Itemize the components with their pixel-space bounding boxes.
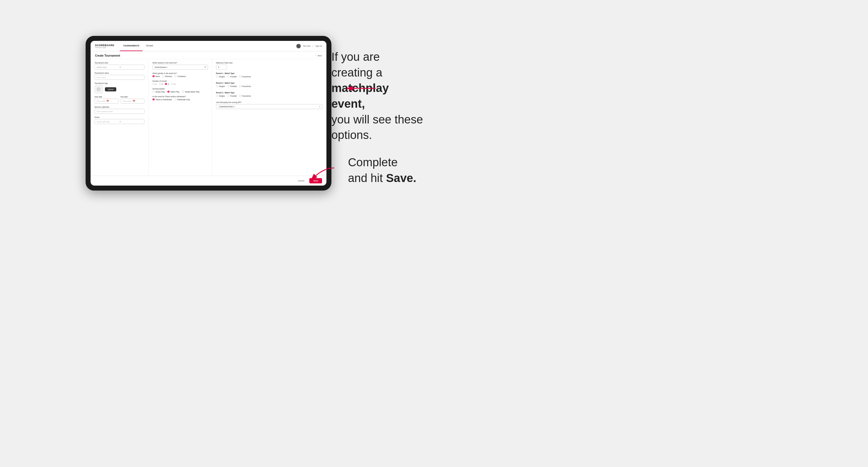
division-select[interactable]: NCAA Division I ▾ [152, 65, 208, 70]
radio-mens[interactable] [152, 75, 155, 77]
radio-medal[interactable] [182, 91, 184, 93]
rounds-label: Number of rounds [152, 80, 208, 82]
tournament-name-input[interactable]: Enter name [94, 75, 145, 80]
tournament-host-field: Tournament Host Search team ▾ [94, 62, 145, 70]
tournament-host-label: Tournament Host [94, 62, 145, 64]
tournament-name-label: Tournament name [94, 72, 145, 74]
radio-womens[interactable] [162, 75, 164, 77]
round1-radio-group: Singles Fourball Foursomes [216, 75, 322, 77]
round1-foursomes[interactable]: Foursomes [239, 75, 251, 77]
round1-singles[interactable]: Singles [216, 75, 225, 77]
upload-button[interactable]: Upload [105, 87, 116, 91]
radio-stroke[interactable] [152, 91, 155, 93]
start-date-label: Start date [94, 96, 119, 98]
gender-combined[interactable]: Combined [174, 75, 186, 77]
scoring-radio-group: Stroke Play Match Play Medal Match Play [152, 91, 208, 93]
round3-singles[interactable]: Singles [216, 95, 225, 97]
form-footer: Cancel Save [91, 176, 327, 186]
gender-mens[interactable]: Mens [152, 75, 160, 77]
round2-fourball[interactable]: Fourball [227, 85, 237, 87]
round1-fourball[interactable]: Fourball [227, 75, 237, 77]
form-col-right: Maximum Team Size 5 Round 1 - Match Type… [212, 59, 327, 176]
radio-round1[interactable] [152, 83, 155, 85]
tablet-screen: SCOREBOARD Powered by clippit TOURNAMENT… [91, 41, 327, 186]
radio-r2-foursomes[interactable] [239, 85, 241, 87]
scoring-stroke[interactable]: Stroke Play [152, 91, 164, 93]
api-tag: Leaderboard King × [218, 105, 235, 108]
venue-input[interactable]: Search golf club ▾ [94, 119, 145, 124]
tournament-host-input[interactable]: Search team ▾ [94, 65, 145, 70]
form-col-mid: Which division is the event for? NCAA Di… [149, 59, 212, 176]
scoring-medal[interactable]: Medal Match Play [182, 91, 199, 93]
rounds-2[interactable]: 2 [159, 83, 163, 85]
radio-combined[interactable] [174, 75, 177, 77]
max-team-field: Maximum Team Size 5 [216, 62, 322, 70]
radio-teams[interactable] [152, 98, 155, 100]
gender-womens[interactable]: Womens [162, 75, 172, 77]
radio-r2-singles[interactable] [216, 85, 218, 87]
nav-bar: SCOREBOARD Powered by clippit TOURNAMENT… [91, 41, 327, 51]
gender-radio-group: Mens Womens Combined [152, 75, 208, 77]
tab-tournaments[interactable]: TOURNAMENTS [120, 41, 143, 51]
end-date-input[interactable]: Pick a date 📅 [121, 99, 145, 103]
scoring-label: Scoring system [152, 88, 208, 90]
rounds-4[interactable]: 4 [171, 83, 175, 85]
dropdown-icon-venue: ▾ [120, 120, 143, 123]
nav-tabs: TOURNAMENTS TEAMS [120, 41, 156, 51]
date-fields: Start date Pick a date 📅 End date Pick a… [94, 96, 145, 103]
division-field: Which division is the event for? NCAA Di… [152, 62, 208, 70]
round2-foursomes[interactable]: Foursomes [239, 85, 251, 87]
tournament-logo-field: Tournament logo Upload [94, 82, 145, 93]
rounds-1[interactable]: 1 [152, 83, 157, 85]
start-date-field: Start date Pick a date 📅 [94, 96, 119, 103]
start-date-input[interactable]: Pick a date 📅 [94, 99, 119, 103]
sign-out-link[interactable]: Sign out [315, 45, 322, 47]
dropdown-icon: ▾ [120, 66, 143, 68]
tab-teams[interactable]: TEAMS [143, 41, 156, 51]
radio-individuals[interactable] [174, 98, 177, 100]
radio-r3-fourball[interactable] [227, 95, 229, 97]
radio-round2[interactable] [159, 83, 161, 85]
back-button[interactable]: ← Back [315, 55, 322, 57]
round3-fourball[interactable]: Fourball [227, 95, 237, 97]
page-title: Create Tournament [95, 54, 120, 57]
round2-radio-group: Singles Fourball Foursomes [216, 85, 322, 87]
nav-logo-title: SCOREBOARD [95, 44, 114, 47]
gender-field: Which gender is the event for? Mens Wome… [152, 72, 208, 77]
radio-round3[interactable] [165, 83, 167, 85]
round3-radio-group: Singles Fourball Foursomes [216, 95, 322, 97]
round3-foursomes[interactable]: Foursomes [239, 95, 251, 97]
max-team-input[interactable]: 5 [216, 65, 227, 70]
teams-option[interactable]: Teams (+Individuals) [152, 98, 172, 100]
nav-logo-sub: Powered by clippit [95, 47, 114, 48]
api-select[interactable]: Leaderboard King × ▾ [216, 104, 322, 109]
radio-r3-foursomes[interactable] [239, 95, 241, 97]
form-col-left: Tournament Host Search team ▾ Tournament… [91, 59, 149, 176]
sponsor-input[interactable]: Enter sponsor name [94, 109, 145, 114]
venue-field: Venue Search golf club ▾ [94, 116, 145, 124]
dropdown-arrow: ▾ [205, 66, 206, 68]
max-team-label: Maximum Team Size [216, 62, 322, 64]
api-tag-close[interactable]: × [234, 106, 235, 107]
teams-radio-group: Teams (+Individuals) Individuals Only [152, 98, 208, 100]
radio-r1-fourball[interactable] [227, 75, 229, 77]
radio-match[interactable] [167, 91, 169, 93]
radio-round4[interactable] [171, 83, 174, 85]
radio-r3-singles[interactable] [216, 95, 218, 97]
arrow-save [309, 165, 337, 182]
rounds-field: Number of rounds 1 2 3 [152, 80, 208, 85]
radio-r1-singles[interactable] [216, 75, 218, 77]
avatar [296, 44, 301, 48]
radio-r1-foursomes[interactable] [239, 75, 241, 77]
venue-label: Venue [94, 116, 145, 118]
gender-label: Which gender is the event for? [152, 72, 208, 74]
tournament-name-field: Tournament name Enter name [94, 72, 145, 80]
logo-upload-area: Upload [94, 85, 145, 93]
round2-singles[interactable]: Singles [216, 85, 225, 87]
scoring-match[interactable]: Match Play [167, 91, 179, 93]
rounds-3[interactable]: 3 [165, 83, 169, 85]
teams-field: Is this event for Teams and/or Individua… [152, 96, 208, 100]
individuals-option[interactable]: Individuals Only [174, 98, 190, 100]
cancel-button[interactable]: Cancel [295, 178, 307, 183]
radio-r2-fourball[interactable] [227, 85, 229, 87]
